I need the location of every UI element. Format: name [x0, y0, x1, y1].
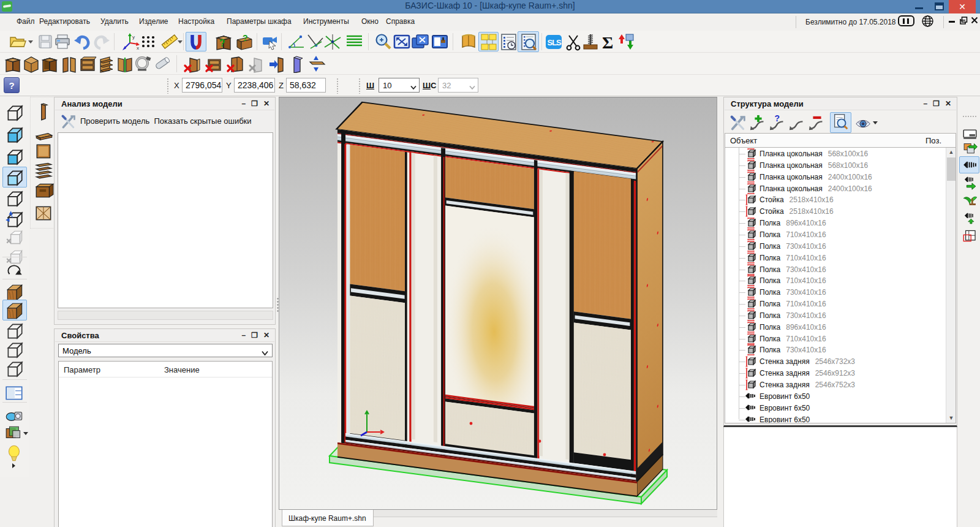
svg-text:y: y	[132, 34, 135, 40]
svg-text:?: ?	[219, 38, 225, 48]
svg-text:Σ: Σ	[602, 33, 613, 51]
svg-text:?: ?	[774, 115, 780, 123]
svg-text:SLS: SLS	[548, 38, 562, 47]
svg-text:?: ?	[243, 33, 248, 43]
